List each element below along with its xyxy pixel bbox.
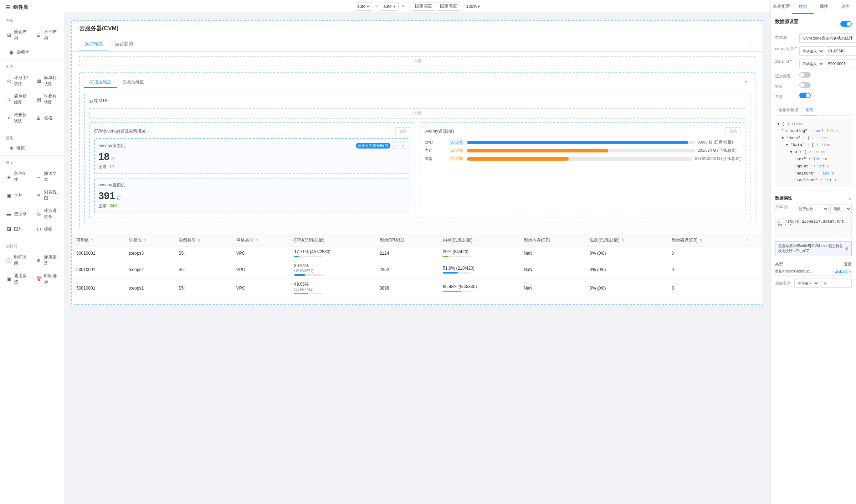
sidebar-item-ring-progress[interactable]: ◎ 环形进度条 (33, 205, 61, 222)
horizontal-layout-icon: ⊟ (36, 32, 42, 38)
disk-label: 磁盘 (425, 156, 446, 161)
inner-tab-add-btn[interactable]: + (742, 77, 750, 88)
sidebar-item-bar-chart[interactable]: ▦ 简单柱状图 (33, 72, 61, 89)
host-card-settings-btn[interactable]: ⊕ (400, 142, 406, 149)
overlay-placeholder: 插槽 (395, 127, 410, 135)
sidebar-item-link[interactable]: ⊕ 链接 (3, 143, 61, 153)
width-close-btn[interactable]: ✕ (374, 4, 379, 9)
var-header: 类型 变量 (775, 259, 852, 267)
tab-operations[interactable]: 运营趋势 (109, 37, 139, 51)
sidebar-item-common-multi[interactable]: ▣ 通用多选 (3, 270, 31, 287)
cell-cpu-3: 49.66% (3844/7741) (290, 279, 375, 297)
sort-disk-icon[interactable]: ⇅ (621, 238, 624, 242)
sidebar-item-text-insert[interactable]: ≡ 插送文本 (33, 168, 61, 185)
right-tab-attr[interactable]: 属性 (814, 0, 835, 14)
data-source-settings: 数据源设置 数据源 CVM zone宿主机各状态统计 ↺ ✕ (775, 19, 852, 99)
toolbar-divider-1 (409, 4, 409, 9)
table-row: 50010001 tceops2 S5l VPC 39.24% (1519/38… (72, 260, 763, 279)
data-attr-collapse-btn[interactable]: ▲ (848, 196, 852, 200)
right-tab-basic[interactable]: 基本配置 (771, 0, 792, 14)
hamburger-icon[interactable]: ☰ (6, 5, 10, 10)
sidebar-item-progress[interactable]: ▬ 进度条 (3, 205, 31, 222)
sort-instance-icon[interactable]: ⇅ (198, 238, 200, 242)
sidebar-item-time-select[interactable]: 📅 时间选择 (33, 270, 61, 287)
sidebar-item-condition[interactable]: ◈ 条件组件 (3, 168, 31, 185)
suffix-mode-select[interactable]: 手动输入 (794, 279, 819, 288)
sidebar-item-tag[interactable]: 🏷 标签 (33, 224, 61, 235)
var-col-header: 变量 (844, 261, 852, 267)
pie-chart-label: 环形图/饼图 (14, 75, 28, 87)
linked-source-delete-icon[interactable]: ✕ (845, 246, 849, 251)
datasource-select[interactable]: CVM zone宿主机各状态统计 (799, 33, 856, 43)
sidebar-item-stacked-line[interactable]: ≈ 堆叠折线图 (3, 109, 31, 126)
zone-id-value-input[interactable] (826, 59, 856, 68)
sort-disk-remain-icon[interactable]: ⇅ (699, 238, 702, 242)
var-row-copy-icon[interactable]: ⊙ (849, 270, 852, 274)
right-tab-action[interactable]: 动作 (835, 0, 856, 14)
network-mode-select[interactable]: 手动输入 (799, 46, 824, 56)
divider-2 (0, 131, 64, 131)
table-header-row: 可用区 ⇅ 售卖池 ⇅ 实例类型 ⇅ 网络类型 ⇅ CPU(已用/总量) 剩余C… (72, 234, 763, 246)
col-disk-used: 磁盘(已用/总量) ⇅ (585, 234, 667, 246)
height-select[interactable]: auto ▾ (381, 2, 398, 11)
tab-sold-out[interactable]: 售卖池维度 (117, 77, 150, 88)
right-tab-data[interactable]: 数据 (792, 0, 814, 14)
right-panel-body: 数据源设置 数据源 CVM zone宿主机各状态统计 ↺ ✕ (771, 14, 856, 504)
cascade-row: 追加处理 (775, 72, 852, 79)
cell-cpu-remain-3: 3898 (375, 279, 439, 297)
zone-id-mode-select[interactable]: 手动输入 (799, 59, 824, 68)
stats-area: CVM(overlay)资源实例概览 插槽 overlay宿主机 (89, 122, 745, 218)
data-settings-toggle[interactable] (840, 21, 852, 27)
disk-bar (467, 157, 568, 161)
suffix-row: 后缀文字 手动输入 (775, 279, 852, 288)
code-editor[interactable]: 1 return global1?.data?.Cnt ?? '-' (775, 217, 852, 238)
sort-sold-icon[interactable]: ⇅ (143, 238, 146, 242)
fixed-width-btn[interactable]: 固定宽度 (412, 2, 435, 11)
linked-source-text: 垂直布局[ic05ad8e5]:CVM zone宿主机各状态统计 qiZz_xG… (778, 244, 845, 254)
sidebar-header: ☰ 组件库 (0, 0, 64, 15)
text-type-select[interactable]: 函数 (830, 204, 852, 213)
network-info-icon: i (790, 46, 794, 51)
sidebar-item-list-view[interactable]: ≡ 列表视图 (33, 187, 61, 204)
sort-network-icon[interactable]: ⇅ (255, 238, 258, 242)
zone-id-required-star: * (790, 59, 792, 63)
tab-available[interactable]: 可用区维度 (84, 77, 117, 88)
tab-add-btn[interactable]: + (747, 38, 755, 50)
fixed-height-btn[interactable]: 固定高度 (437, 2, 460, 11)
host-card-copy-btn[interactable]: ⊙ (392, 142, 398, 149)
cell-disk-2: 0% (0/0) (585, 260, 667, 279)
layout-items: ⊞ 垂直布局 ⊟ 水平布局 (0, 25, 64, 46)
width-select[interactable]: auto ▾ (355, 2, 372, 11)
tab-realtime[interactable]: 实时概览 (79, 37, 109, 51)
tab-data-source-data[interactable]: 数据源数据 (775, 105, 802, 115)
height-close-btn[interactable]: ✕ (400, 4, 406, 9)
sidebar-item-image[interactable]: 🖼 图片 (3, 224, 31, 235)
col-network-type: 网络类型 ⇅ (232, 234, 290, 246)
zoom-control[interactable]: 100% ▾ (466, 4, 480, 9)
cell-zone-3: 50010001 (72, 279, 124, 297)
sidebar-item-table[interactable]: ⊞ 表格 (33, 109, 61, 126)
cell-mem-remain-1: NaN (519, 246, 585, 260)
tab-preview[interactable]: 预览 (802, 105, 817, 115)
sidebar-item-select-card[interactable]: ▣ 选项卡 (3, 47, 61, 57)
sidebar-item-stacked-bar[interactable]: ▤ 堆叠柱状图 (33, 91, 61, 108)
validate-toggle[interactable] (799, 82, 811, 88)
sidebar-item-common-filter[interactable]: ⊕ 通用筛选 (33, 252, 61, 269)
sort-zone-icon[interactable]: ⇅ (91, 238, 94, 242)
image-icon: 🖼 (6, 227, 12, 232)
sidebar-item-pie-chart[interactable]: ◎ 环形图/饼图 (3, 72, 31, 89)
cell-disk-1: 0% (0/0) (585, 246, 667, 260)
col-instance-type: 实例类型 ⇅ (174, 234, 232, 246)
sidebar-item-card[interactable]: ▣ 卡片 (3, 187, 31, 204)
divider-1 (0, 59, 64, 60)
suffix-value-input[interactable] (821, 279, 852, 288)
sidebar-item-vertical-layout[interactable]: ⊞ 垂直布局 (3, 26, 31, 43)
sidebar-item-line-chart[interactable]: ∿ 简单折线图 (3, 91, 31, 108)
sidebar-item-horizontal-layout[interactable]: ⊟ 水平布局 (33, 26, 61, 43)
share-toggle[interactable] (799, 93, 811, 98)
sidebar-item-time-zone[interactable]: 🕐 时间区间 (3, 252, 31, 269)
text-mode-select[interactable]: 跳应依数 (796, 204, 829, 213)
cascade-toggle[interactable] (799, 72, 811, 78)
var-row: 垂直布局[ic05ad8e5):... global1 ⊙ (775, 267, 852, 276)
network-value-input[interactable] (826, 46, 856, 56)
